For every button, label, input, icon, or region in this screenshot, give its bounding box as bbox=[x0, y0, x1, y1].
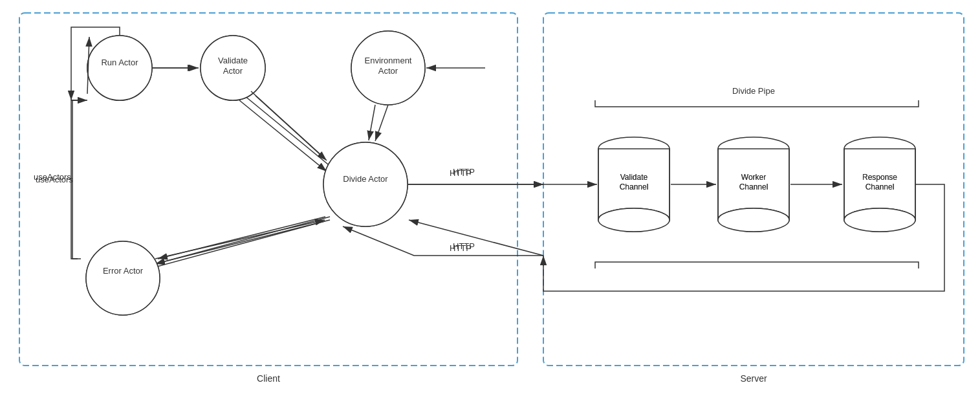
svg-text:Worker: Worker bbox=[741, 173, 766, 182]
svg-text:Actor: Actor bbox=[223, 66, 243, 76]
svg-text:Validate: Validate bbox=[620, 173, 648, 182]
svg-text:Channel: Channel bbox=[620, 182, 649, 192]
svg-point-24 bbox=[86, 241, 160, 315]
arrow-server-to-divide bbox=[409, 220, 543, 256]
svg-point-5 bbox=[598, 208, 670, 232]
svg-text:Actor: Actor bbox=[378, 66, 398, 76]
svg-line-29 bbox=[369, 105, 375, 140]
architecture-svg: Client Server Run Actor Validate Actor E… bbox=[0, 0, 980, 394]
svg-text:HTTP: HTTP bbox=[450, 168, 472, 178]
svg-line-28 bbox=[251, 91, 322, 156]
svg-text:Channel: Channel bbox=[866, 182, 895, 192]
arrow-divide-to-error-2 bbox=[150, 221, 325, 268]
arrow-validate-to-divide-2 bbox=[245, 96, 331, 167]
svg-point-7 bbox=[844, 208, 915, 232]
divide-pipe-label: Divide Pipe bbox=[732, 86, 775, 96]
divide-pipe-bracket-top bbox=[595, 100, 919, 107]
svg-line-33 bbox=[158, 217, 325, 259]
svg-point-6 bbox=[718, 208, 789, 232]
svg-text:Validate: Validate bbox=[218, 56, 248, 65]
server-label: Server bbox=[740, 373, 767, 384]
svg-text:Divide Actor: Divide Actor bbox=[343, 174, 388, 184]
arrow-validate-to-divide-1 bbox=[239, 100, 327, 171]
svg-point-14 bbox=[87, 36, 152, 100]
divide-pipe-bracket-bottom bbox=[595, 262, 919, 268]
svg-text:useActors: useActors bbox=[36, 175, 73, 184]
svg-text:HTTP: HTTP bbox=[450, 243, 472, 253]
diagram-container: Client Server Run Actor Validate Actor E… bbox=[0, 0, 980, 394]
svg-text:Response: Response bbox=[862, 173, 897, 182]
client-label: Client bbox=[257, 373, 280, 384]
svg-text:Environment: Environment bbox=[365, 56, 412, 65]
svg-text:Error Actor: Error Actor bbox=[103, 266, 144, 276]
svg-point-22 bbox=[323, 142, 408, 226]
svg-text:Channel: Channel bbox=[739, 182, 768, 192]
svg-line-34 bbox=[162, 220, 330, 262]
svg-text:Run Actor: Run Actor bbox=[101, 58, 138, 67]
arrow-env-to-divide bbox=[375, 105, 388, 141]
